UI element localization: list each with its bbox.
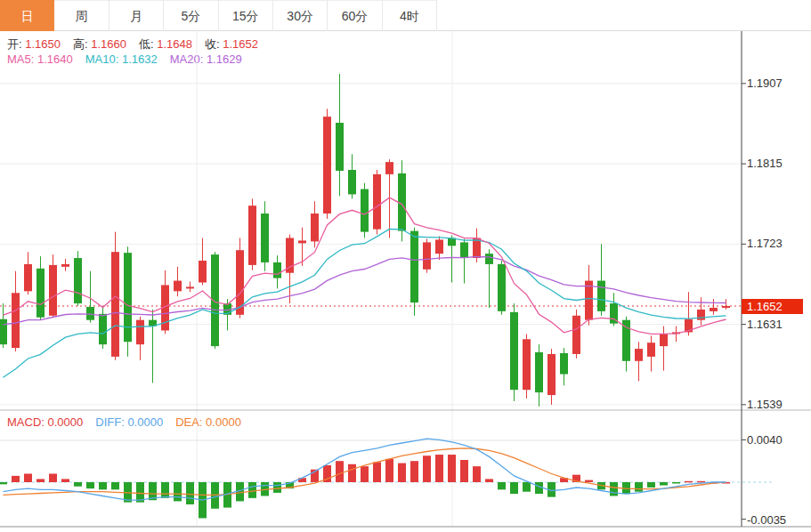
macd-row-item: MACD: 0.0000 [7,415,83,429]
macd-hist-bar [398,463,406,482]
candle-body [510,312,518,390]
macd-hist-bar [473,466,481,482]
macd-hist-bar [24,473,32,482]
macd-hist-bar [635,482,643,492]
macd-hist-bar [12,476,20,482]
candle-body [261,214,269,262]
current-price-badge: 1.1652 [742,299,803,314]
candle-body [722,306,730,308]
price-tick-label: 1.1539 [747,398,809,411]
macd-hist-bar [535,482,543,494]
candle-body [211,254,219,346]
candle-body [560,353,568,375]
macd-hist-bar [348,464,356,482]
macd-hist-bar [36,479,45,482]
macd-hist-bar [460,460,468,482]
candle-body [535,352,543,392]
candle-body [460,242,468,258]
candle-body [423,242,431,269]
macd-hist-bar [410,461,418,482]
macd-hist-bar [523,482,531,492]
candle-body [597,281,605,311]
candle-body [86,307,94,320]
candle-body [24,264,32,291]
macd-hist-bar [510,482,518,494]
macd-row-item: DIFF: 0.0000 [95,415,163,429]
macd-legend: MACD: 0.0000DIFF: 0.0000DEA: 0.0000 [7,415,254,429]
candle-body [36,269,45,318]
macd-hist-bar [49,473,57,482]
candle-body [136,320,144,344]
candle-body [199,261,207,283]
price-tick-label: 1.1723 [747,237,809,250]
macd-axis-bottom-label: -0.0035 [747,513,809,527]
candle-body [498,264,506,311]
candle-body [248,206,256,265]
candle-body [710,308,718,311]
candle-body [61,264,69,267]
candle-body [49,265,57,316]
candle-body [373,174,381,230]
macd-hist-bar [99,482,107,489]
macd-row-item: DEA: 0.0000 [175,415,241,429]
kline-chart-app: 日周月5分15分30分60分4时 开: 1.1650高: 1.1660低: 1.… [0,0,811,532]
candle-body [323,117,331,214]
macd-hist-bar [86,482,94,488]
macd-hist-bar [697,481,705,483]
macd-hist-bar [485,479,493,482]
candle-body [410,231,418,302]
candle-body [336,123,344,171]
macd-hist-bar [0,482,7,484]
macd-hist-bar [435,455,443,482]
candle-body [0,319,7,344]
macd-hist-bar [373,462,381,482]
macd-hist-bar [385,459,393,482]
candle-body [12,293,20,348]
candle-body [385,162,393,174]
macd-hist-bar [161,482,169,498]
candle-body [635,349,643,361]
candle-body [174,281,182,292]
macd-hist-bar [660,482,668,486]
candle-body [99,314,107,344]
macd-hist-bar [647,482,655,488]
macd-hist-bar [672,482,680,484]
candle-body [124,253,132,342]
candle-body [361,189,369,232]
macd-hist-bar [423,455,431,482]
macd-hist-bar [248,482,256,498]
macd-hist-bar [186,482,194,504]
chart-svg[interactable] [0,0,811,532]
candle-body [547,354,556,395]
macd-hist-bar [273,482,281,493]
price-tick-label: 1.1815 [747,157,809,170]
price-tick-label: 1.1631 [747,318,809,331]
macd-hist-bar [498,482,506,489]
macd-hist-bar [685,481,693,483]
price-tick-label: 1.1907 [747,77,809,90]
macd-hist-bar [585,480,593,482]
candle-body [111,252,119,357]
macd-hist-bar [111,482,119,489]
candle-body [348,170,356,194]
macd-hist-bar [61,479,69,482]
candle-body [572,316,580,354]
candle-body [311,214,319,241]
candle-body [186,286,194,288]
candle-body [298,240,306,243]
candle-body [523,339,531,390]
candle-body [647,343,655,357]
candle-body [435,239,443,254]
candle-body [485,254,493,264]
candle-body [660,334,668,346]
macd-hist-bar [74,482,82,487]
macd-hist-bar [610,482,618,496]
candle-body [273,262,281,278]
macd-axis-top-label: 0.0040 [747,433,809,447]
macd-hist-bar [448,455,456,482]
macd-hist-bar [174,482,182,501]
macd-hist-bar [361,466,369,482]
candle-body [74,258,82,303]
macd-hist-bar [336,461,344,482]
